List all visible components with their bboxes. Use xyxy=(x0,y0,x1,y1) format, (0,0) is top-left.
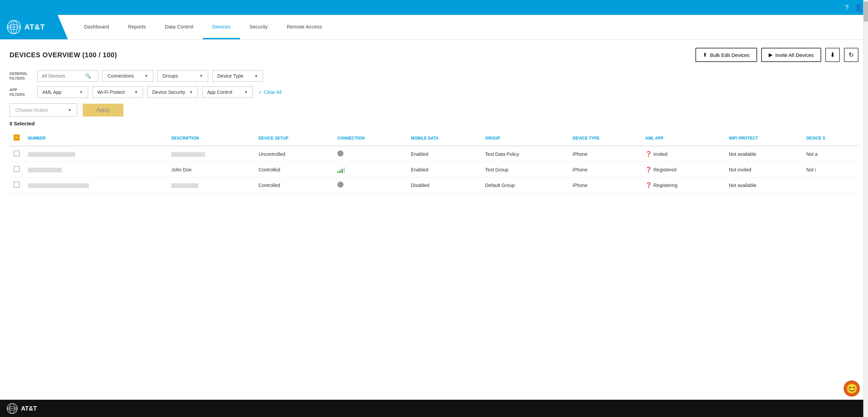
col-header-aml-app: AML APP xyxy=(641,130,725,146)
signal-bars-icon xyxy=(337,166,403,173)
chat-agent-icon: 😊 xyxy=(846,383,858,394)
col-header-connection: CONNECTION xyxy=(333,130,407,146)
clear-all-button[interactable]: ✓ Clear All xyxy=(258,89,281,95)
search-icon: 🔍 xyxy=(85,73,91,79)
logo-area: AT&T xyxy=(0,15,68,39)
cell-wifi-protect: Not invited xyxy=(725,162,802,178)
cell-description: John Doe xyxy=(167,162,254,178)
cell-number xyxy=(24,146,167,162)
chevron-down-icon: ▼ xyxy=(79,90,83,94)
action-row: Choose Action ▼ Apply xyxy=(9,103,859,117)
row-checkbox-cell[interactable] xyxy=(9,146,24,162)
row-checkbox[interactable] xyxy=(14,166,20,172)
row-checkbox[interactable] xyxy=(14,182,20,188)
select-all-header[interactable] xyxy=(9,130,24,146)
cell-device-security: Not a xyxy=(802,146,859,162)
aml-app-dropdown[interactable]: AML App ▼ xyxy=(37,86,88,98)
chevron-down-icon: ▼ xyxy=(199,74,203,78)
redacted-number xyxy=(28,168,62,172)
header: AT&T Dashboard Reports Data Control Devi… xyxy=(0,15,868,40)
help-circle-icon: ❓ xyxy=(645,182,652,188)
clear-icon: ✓ xyxy=(258,89,262,95)
search-input[interactable] xyxy=(42,73,82,79)
cell-aml-app: ❓Registered xyxy=(641,162,725,178)
connection-dot-icon xyxy=(337,150,343,157)
invite-all-button[interactable]: ▶ Invite All Devices xyxy=(761,48,821,62)
device-security-dropdown[interactable]: Device Security ▼ xyxy=(147,86,198,98)
download-button[interactable]: ⬇ xyxy=(825,48,840,62)
choose-action-dropdown[interactable]: Choose Action ▼ xyxy=(9,103,77,117)
redacted-number xyxy=(28,183,89,188)
cell-device-security: Not i xyxy=(802,162,859,178)
cell-aml-app: ❓Invited xyxy=(641,146,725,162)
select-all-checkbox[interactable] xyxy=(14,134,20,141)
cell-number xyxy=(24,162,167,178)
row-checkbox-cell[interactable] xyxy=(9,162,24,178)
bulk-edit-button[interactable]: ⬆ Bulk Edit Devices xyxy=(695,48,757,62)
apply-button[interactable]: Apply xyxy=(83,104,123,117)
groups-dropdown[interactable]: Groups ▼ xyxy=(157,70,208,82)
wifi-protect-dropdown[interactable]: Wi-Fi Protect ▼ xyxy=(92,86,143,98)
chat-bubble-button[interactable]: 😊 xyxy=(844,380,860,397)
cell-description xyxy=(167,146,254,162)
header-actions: ⬆ Bulk Edit Devices ▶ Invite All Devices… xyxy=(695,48,859,62)
table-row: Controlled Disabled Default Group iPhone… xyxy=(9,178,859,193)
refresh-button[interactable]: ↻ xyxy=(844,48,859,62)
cell-description xyxy=(167,178,254,193)
arrow-right-icon: ▶ xyxy=(769,52,773,58)
help-circle-icon: ❓ xyxy=(645,151,652,157)
search-box[interactable]: 🔍 xyxy=(37,70,98,82)
chevron-down-icon: ▼ xyxy=(244,90,248,94)
chevron-down-icon: ▼ xyxy=(189,90,193,94)
cell-group: Default Group xyxy=(481,178,569,193)
cell-group: Test Group xyxy=(481,162,569,178)
chevron-down-icon: ▼ xyxy=(68,108,72,112)
redacted-description xyxy=(171,183,198,188)
connections-dropdown[interactable]: Connections ▼ xyxy=(102,70,153,82)
nav-tab-dashboard[interactable]: Dashboard xyxy=(75,15,118,39)
nav-tab-security[interactable]: Security xyxy=(240,15,277,39)
scrollbar[interactable] xyxy=(863,0,868,417)
main-content: DEVICES OVERVIEW (100 / 100) ⬆ Bulk Edit… xyxy=(0,40,868,400)
table-row: Uncontrolled Enabled Test Data Policy iP… xyxy=(9,146,859,162)
nav-tab-devices[interactable]: Devices xyxy=(203,15,240,39)
page-header: DEVICES OVERVIEW (100 / 100) ⬆ Bulk Edit… xyxy=(9,48,859,62)
cell-device-setup: Controlled xyxy=(254,162,333,178)
col-header-device-setup: DEVICE SETUP xyxy=(254,130,333,146)
user-icon[interactable]: 👤 xyxy=(854,3,863,12)
cell-device-setup: Uncontrolled xyxy=(254,146,333,162)
cell-mobile-data: Disabled xyxy=(407,178,481,193)
cell-wifi-protect: Not available xyxy=(725,146,802,162)
cell-device-type: iPhone xyxy=(569,146,641,162)
app-filter-row: APP FILTERS AML App ▼ Wi-Fi Protect ▼ De… xyxy=(9,86,859,98)
cell-connection xyxy=(333,146,407,162)
att-globe-icon xyxy=(7,20,21,34)
cell-connection xyxy=(333,162,407,178)
row-checkbox-cell[interactable] xyxy=(9,178,24,193)
nav-tab-data-control[interactable]: Data Control xyxy=(155,15,203,39)
nav-tab-remote-access[interactable]: Remote Access xyxy=(277,15,332,39)
redacted-description xyxy=(171,152,205,157)
device-type-dropdown[interactable]: Device Type ▼ xyxy=(212,70,263,82)
general-filters-section: GENERAL FILTERS 🔍 Connections ▼ Groups ▼… xyxy=(9,70,859,98)
devices-table: NUMBER DESCRIPTION DEVICE SETUP CONNECTI… xyxy=(9,130,859,193)
col-header-device-type: DEVICE TYPE xyxy=(569,130,641,146)
chevron-down-icon: ▼ xyxy=(134,90,138,94)
redacted-number xyxy=(28,152,75,157)
general-filter-row: GENERAL FILTERS 🔍 Connections ▼ Groups ▼… xyxy=(9,70,859,82)
top-bar: ? 👤 xyxy=(0,0,868,15)
row-checkbox[interactable] xyxy=(14,150,20,157)
help-icon[interactable]: ? xyxy=(845,4,849,12)
footer-globe-icon xyxy=(7,403,18,414)
cell-connection xyxy=(333,178,407,193)
cell-aml-app: ❓Registering xyxy=(641,178,725,193)
help-circle-icon: ❓ xyxy=(645,167,652,172)
app-control-dropdown[interactable]: App Control ▼ xyxy=(202,86,253,98)
scrollbar-thumb[interactable] xyxy=(864,1,868,22)
chevron-down-icon: ▼ xyxy=(254,74,258,78)
nav-tab-reports[interactable]: Reports xyxy=(118,15,155,39)
col-header-number: NUMBER xyxy=(24,130,167,146)
logo-text: AT&T xyxy=(24,23,45,32)
cell-mobile-data: Enabled xyxy=(407,146,481,162)
col-header-description: DESCRIPTION xyxy=(167,130,254,146)
